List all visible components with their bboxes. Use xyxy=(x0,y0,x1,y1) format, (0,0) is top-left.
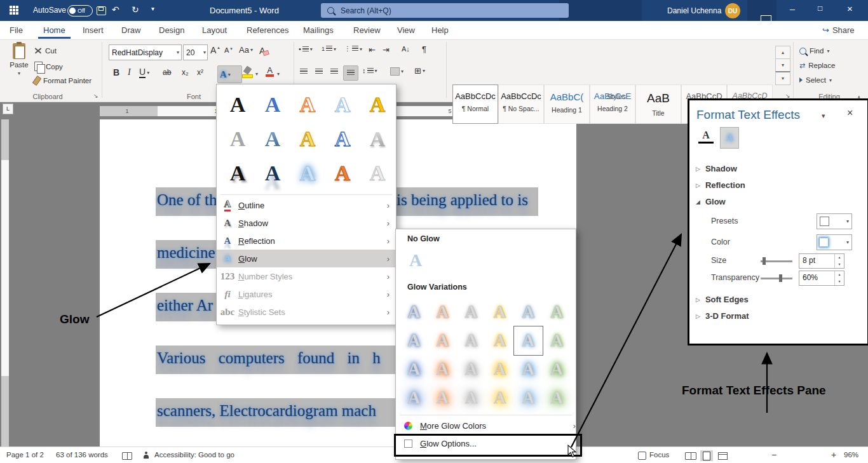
document-text[interactable]: scanners, Electrocardiogram mach xyxy=(157,402,376,420)
pane-close-icon[interactable]: × xyxy=(847,107,853,119)
transparency-slider-track[interactable] xyxy=(761,278,792,279)
styles-scroll-down[interactable]: ▾ xyxy=(775,58,790,72)
zoom-in-icon[interactable]: + xyxy=(831,450,836,460)
glow-variation[interactable]: A xyxy=(485,384,514,412)
spin-down-icon[interactable]: ▾ xyxy=(835,278,844,285)
bold-button[interactable]: B xyxy=(113,68,119,77)
tab-home[interactable]: Home xyxy=(43,25,65,35)
change-case-button[interactable]: Aa ▾ xyxy=(239,46,253,54)
style-heading1[interactable]: AaBbC( Heading 1 xyxy=(544,84,590,124)
align-left-button[interactable] xyxy=(300,69,308,75)
effect-style-13[interactable]: A xyxy=(291,158,324,189)
effect-style-4[interactable]: A xyxy=(326,89,359,121)
effect-style-12[interactable]: A xyxy=(256,158,289,189)
numbered-list-button[interactable]: 1 ▾ xyxy=(322,46,336,52)
tab-view[interactable]: View xyxy=(397,25,415,35)
glow-options-item[interactable]: Glow Options... xyxy=(396,435,582,452)
tab-review[interactable]: Review xyxy=(353,25,381,35)
format-painter-button[interactable]: Format Painter xyxy=(34,76,92,85)
zoom-level[interactable]: 96% xyxy=(844,451,858,459)
sort-button[interactable]: A↓ xyxy=(402,46,410,53)
glow-variation[interactable]: A xyxy=(514,384,543,412)
styles-more-button[interactable]: ▾ xyxy=(775,71,790,85)
menu-item-ligatures[interactable]: fi Ligatures › xyxy=(217,285,396,303)
font-size-dropdown-icon[interactable]: ▾ xyxy=(203,50,207,55)
paste-button[interactable]: Paste ▾ xyxy=(6,43,32,89)
presets-dropdown[interactable]: ▾ xyxy=(817,213,852,229)
superscript-button[interactable]: x² xyxy=(197,69,203,76)
document-text[interactable]: medicine xyxy=(157,244,215,262)
effect-style-3[interactable]: A xyxy=(291,89,324,121)
shrink-font-button[interactable]: A ▾ xyxy=(224,47,233,54)
effect-style-5[interactable]: A xyxy=(361,89,394,121)
undo-icon[interactable]: ↶ xyxy=(112,5,119,14)
document-text[interactable]: Various computers found in h xyxy=(157,349,381,367)
glow-variation[interactable]: A xyxy=(400,326,428,355)
copy-button[interactable]: Copy xyxy=(34,62,63,71)
tab-insert[interactable]: Insert xyxy=(83,25,104,35)
font-size-combo[interactable]: 20 ▾ xyxy=(183,44,208,60)
section-glow[interactable]: ◢ Glow xyxy=(696,197,726,206)
web-layout-icon[interactable] xyxy=(718,452,728,460)
text-highlight-button[interactable] xyxy=(242,67,253,78)
decrease-indent-button[interactable]: ⇤ xyxy=(369,46,376,54)
borders-button[interactable]: ⊞ ▾ xyxy=(414,67,425,75)
glow-variation[interactable]: A xyxy=(485,298,514,326)
spin-down-icon[interactable]: ▾ xyxy=(835,261,844,268)
quick-access-more-icon[interactable]: ▾ xyxy=(151,6,154,12)
section-3d-format[interactable]: ▷ 3-D Format xyxy=(696,311,749,321)
tab-layout[interactable]: Layout xyxy=(202,25,227,35)
glow-variation[interactable]: A xyxy=(428,298,457,326)
effect-style-10[interactable]: A xyxy=(361,123,394,155)
close-icon[interactable]: × xyxy=(847,4,853,13)
highlight-dropdown-icon[interactable]: ▾ xyxy=(255,71,258,77)
glow-variation[interactable]: A xyxy=(400,355,428,384)
tab-help[interactable]: Help xyxy=(431,25,449,35)
glow-variation[interactable]: A xyxy=(457,384,485,412)
proofing-icon[interactable] xyxy=(122,452,132,460)
multilevel-list-button[interactable]: ⋮ ▾ xyxy=(344,46,362,52)
tab-references[interactable]: References xyxy=(247,25,288,35)
strikethrough-button[interactable]: ab xyxy=(163,69,171,76)
spin-up-icon[interactable]: ▴ xyxy=(835,271,844,278)
accessibility-status[interactable]: Accessibility: Good to go xyxy=(154,451,234,459)
text-effects-button[interactable]: A ▾ xyxy=(217,65,242,83)
tab-mailings[interactable]: Mailings xyxy=(303,25,334,35)
glow-variation[interactable]: A xyxy=(514,298,543,326)
font-name-dropdown-icon[interactable]: ▾ xyxy=(177,50,181,55)
paste-dropdown-icon[interactable]: ▾ xyxy=(18,70,20,76)
underline-button[interactable]: U ▾ xyxy=(139,67,149,78)
font-color-button[interactable]: A xyxy=(266,66,274,77)
pilcrow-button[interactable]: ¶ xyxy=(422,45,426,53)
search-input[interactable] xyxy=(339,6,562,16)
save-icon[interactable] xyxy=(97,6,106,15)
word-count[interactable]: 63 of 136 words xyxy=(56,451,108,459)
menu-item-shadow[interactable]: A Shadow › xyxy=(217,214,396,232)
section-soft-edges[interactable]: ▷ Soft Edges xyxy=(696,295,749,304)
style-no-spacing[interactable]: AaBbCcDc ¶ No Spac... xyxy=(498,84,544,124)
maximize-icon[interactable]: □ xyxy=(818,4,822,12)
italic-button[interactable]: I xyxy=(128,68,131,77)
transparency-spinner[interactable]: 60% ▴▾ xyxy=(799,271,844,286)
subscript-button[interactable]: x₂ xyxy=(182,69,189,76)
bullet-list-button[interactable]: • ▾ xyxy=(299,46,313,53)
clear-formatting-button[interactable]: A xyxy=(259,46,269,55)
glow-variation[interactable]: A xyxy=(543,355,571,384)
user-name[interactable]: Daniel Uchenna xyxy=(667,6,721,15)
read-mode-icon[interactable] xyxy=(685,452,696,460)
tab-stop-selector[interactable]: L xyxy=(3,104,13,114)
effect-style-9[interactable]: A xyxy=(326,123,359,155)
redo-icon[interactable]: ↻ xyxy=(132,5,139,14)
glow-variation[interactable]: A xyxy=(457,326,485,355)
text-effects-tab-icon[interactable]: A xyxy=(726,132,733,144)
justify-button[interactable] xyxy=(343,65,358,81)
avatar[interactable]: DU xyxy=(725,3,740,18)
document-text[interactable]: either Ar xyxy=(157,297,213,314)
focus-button[interactable]: Focus xyxy=(649,451,669,459)
glow-variation[interactable]: A xyxy=(428,384,457,412)
font-color-dropdown-icon[interactable]: ▾ xyxy=(277,71,280,77)
more-glow-colors-item[interactable]: More Glow Colors › xyxy=(396,417,582,434)
styles-scroll-up[interactable]: ▴ xyxy=(775,46,790,59)
glow-variation[interactable]: A xyxy=(543,384,571,412)
minimize-icon[interactable]: – xyxy=(790,4,795,13)
